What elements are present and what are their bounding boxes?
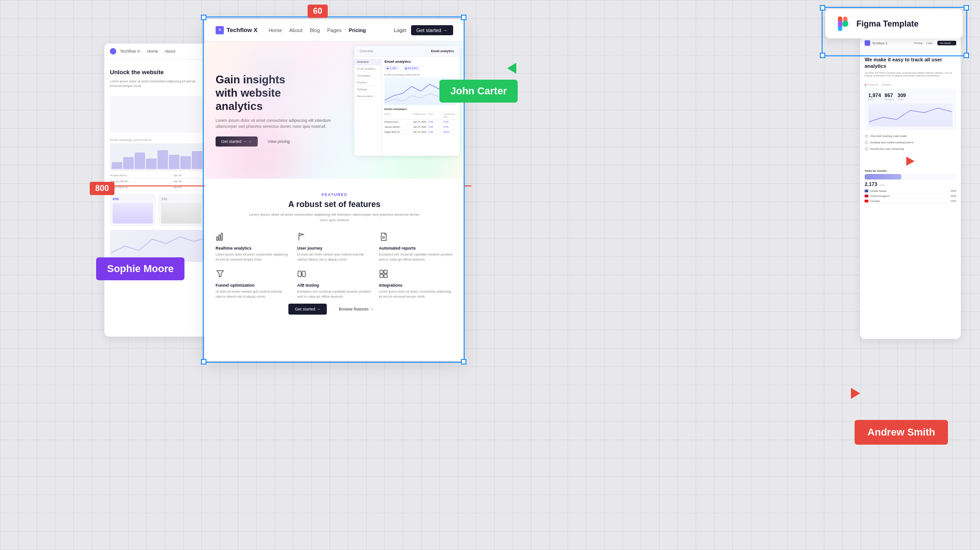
left-hero-desc: Lorem ipsum dolor sit amet consectetur a…: [110, 79, 204, 88]
handle-figma-tr[interactable]: [964, 5, 969, 11]
feature-text-integrations: Lorem ipsum dolor sit amet, consectetur …: [379, 289, 453, 299]
svg-rect-17: [838, 20, 842, 27]
check-dot-1: [865, 134, 868, 138]
flag-icon: [297, 232, 308, 243]
table-header: Name Publish date Sent Conversion rate: [384, 112, 457, 120]
main-navbar: Techflow X Home About Blog Pages Pricing…: [205, 19, 464, 41]
rbc-analytics-block: 1,974 Users 867 Sessions 309 Goals: [865, 89, 956, 130]
figma-box: Figma Template: [825, 9, 963, 38]
handle-figma-tl[interactable]: [820, 5, 825, 11]
nav-links[interactable]: Home About Blog Pages Pricing: [269, 27, 366, 33]
hero-right: Overview Email analytics Overview Email …: [345, 41, 464, 179]
sidebar-email: Email analytics: [354, 65, 381, 72]
main-card: Techflow X Home About Blog Pages Pricing…: [205, 19, 464, 361]
check-item-2: Desktop and mobile tracking built-in: [865, 139, 956, 146]
handle-figma-bl[interactable]: [820, 53, 825, 58]
feature-funnel: Funnel optimization Ut enim ad minim ven…: [216, 269, 290, 299]
svg-point-16: [842, 21, 848, 27]
brand: Techflow X: [216, 26, 258, 34]
features-section: FEATURES A robust set of features Lorem …: [205, 179, 464, 338]
feature-text-journey: Ut enim ad minim veniam quis nostrud exe…: [297, 252, 371, 262]
check-dot-2: [865, 141, 868, 144]
rbc-stats-row: 1,974 Users 867 Sessions 309 Goals: [868, 93, 953, 101]
left-bottom-cards: 858 532: [110, 194, 204, 226]
flag-uk: [865, 195, 868, 197]
check-item-3: Hassle-free user monitoring: [865, 146, 956, 152]
features-desc: Lorem ipsum dolor sit amet consectetur a…: [248, 212, 422, 223]
file-icon: [379, 232, 390, 243]
left-bg-card: Techflow X Home About Unlock the website…: [104, 44, 210, 337]
svg-rect-12: [384, 274, 387, 278]
grid-icon: [379, 269, 390, 280]
feature-text-reports: Excepteur sint occaecat cupidatat nonani…: [379, 252, 453, 262]
rbc-hero: We make it easy to track all user analyt…: [860, 50, 961, 81]
cta-primary-button[interactable]: Get started →: [288, 304, 327, 315]
panel-body: Overview Email analytics Campaigns Repor…: [354, 57, 460, 155]
figma-title: Figma Template: [856, 19, 919, 29]
rbc-brands: ● Pinterest webflow: [860, 81, 961, 89]
brand-name: Techflow X: [227, 27, 258, 33]
svg-rect-7: [302, 271, 305, 277]
nav-blog[interactable]: Blog: [310, 27, 320, 33]
stat-2: ◆ 85.94%: [403, 65, 420, 71]
red-arrow-icon: [906, 157, 915, 166]
feature-name-realtime: Realtime analytics: [216, 246, 290, 250]
login-button[interactable]: Login: [394, 27, 406, 33]
nav-right: Login Get started: [394, 25, 453, 35]
rbc-hero-title: We make it easy to track all user analyt…: [865, 56, 956, 70]
country-row-ca: Canada 15%: [865, 199, 956, 204]
features-label: FEATURES: [216, 192, 453, 197]
visits-bar: [865, 174, 956, 180]
sophie-moore-label: Sophie Moore: [96, 257, 184, 280]
table-row: Product Anno... Jan 24, 2024 CAN 8.9%: [384, 120, 457, 125]
nav-about[interactable]: About: [289, 27, 303, 33]
rbc-nav-pricing: Pricing: [914, 42, 922, 44]
ab-icon: [297, 269, 308, 280]
sidebar-campaigns: Campaigns: [354, 72, 381, 79]
cta-secondary-button[interactable]: Browse features →: [332, 304, 380, 315]
feature-text-realtime: Lorem ipsum dolor sit amet, consectetur …: [216, 252, 290, 262]
green-arrow-triangle: [507, 63, 516, 74]
panel-title: Email analytics: [384, 60, 457, 64]
features-grid: Realtime analytics Lorem ipsum dolor sit…: [216, 232, 453, 299]
features-title: A robust set of features: [216, 200, 453, 209]
handle-figma-br[interactable]: [964, 53, 969, 58]
rbc-cursor-area: [860, 155, 961, 168]
sidebar-recommend: Recommend.: [354, 93, 381, 100]
nav-home[interactable]: Home: [269, 27, 282, 33]
nav-pricing[interactable]: Pricing: [349, 27, 366, 33]
feature-name-reports: Automated reports: [379, 246, 453, 250]
right-bg-card: Techflow X Pricing Login Get started → W…: [860, 37, 961, 339]
left-hero-title: Unlock the website: [110, 69, 204, 76]
sidebar-reports: Reports: [354, 79, 381, 86]
left-mini-label: Email campaign performance: [104, 136, 210, 143]
feature-name-integrations: Integrations: [379, 283, 453, 288]
chart-label: Email campaign performance: [384, 73, 457, 76]
feature-name-ab: A/B testing: [297, 283, 371, 288]
table-row: January Month... Jan 24, 2024 CAN 6.8%: [384, 125, 457, 130]
table-row: January Month...Jan 24: [110, 179, 204, 185]
rbc-country-table: United States 55% United Kingdom 30% Can…: [860, 187, 961, 206]
rbc-get-started-btn[interactable]: Get started →: [937, 41, 956, 45]
nav-pages[interactable]: Pages: [327, 27, 341, 33]
get-started-button[interactable]: Get started: [411, 25, 453, 35]
chart-icon: [216, 232, 227, 243]
red-arrow-triangle: [851, 388, 860, 399]
rbc-stat-3: 309 Goals: [898, 93, 906, 101]
handle-tl[interactable]: [201, 15, 206, 20]
blob-blue: [250, 55, 296, 101]
svg-rect-6: [298, 271, 301, 277]
flag-ca: [865, 200, 868, 202]
figma-icon: [834, 16, 851, 32]
visits-label: Visits by country: [860, 168, 961, 174]
ruler-left-value: 800: [90, 182, 114, 195]
total-visits: 2,173 visits: [860, 181, 961, 187]
left-mini-chart: [110, 143, 204, 171]
feature-name-funnel: Funnel optimization: [216, 283, 290, 288]
svg-rect-9: [380, 270, 383, 273]
panel-stats: ▶ 1,381 ◆ 85.94%: [384, 65, 457, 71]
table-row: Happy New Ye... Jan 10, 2024 CAN N/A%: [384, 130, 457, 135]
brand-pinterest: ● Pinterest: [865, 83, 878, 86]
rbc-nav-login: Login: [926, 42, 933, 44]
left-card-brand: Techflow X: [120, 49, 140, 54]
